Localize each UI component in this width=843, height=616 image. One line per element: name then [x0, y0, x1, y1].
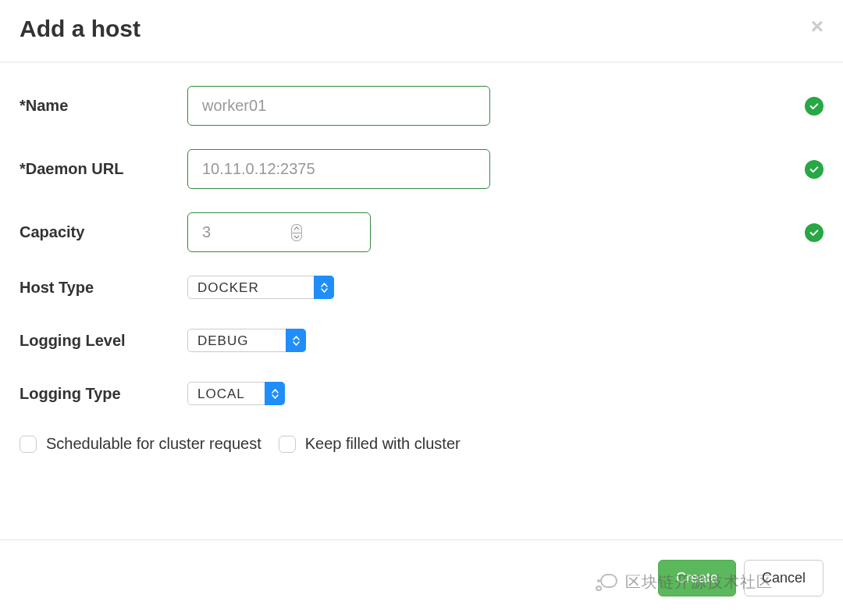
chevron-up-icon [293, 226, 300, 230]
capacity-label: Capacity [20, 223, 187, 241]
logging-level-label: Logging Level [20, 332, 187, 350]
schedulable-label: Schedulable for cluster request [46, 435, 261, 453]
name-label: *Name [20, 97, 187, 115]
keep-filled-label: Keep filled with cluster [305, 435, 461, 453]
close-icon: × [811, 14, 823, 38]
logging-type-select[interactable]: LOCAL [187, 382, 285, 405]
modal-footer: Create Cancel [0, 539, 843, 616]
logging-level-select-wrap: DEBUG [187, 329, 306, 352]
checkbox-row: Schedulable for cluster request Keep fil… [20, 435, 823, 453]
form-row-daemon-url: *Daemon URL [20, 149, 823, 189]
host-type-select[interactable]: DOCKER [187, 276, 334, 299]
daemon-url-label: *Daemon URL [20, 160, 187, 178]
keep-filled-checkbox[interactable] [279, 436, 296, 453]
host-type-select-wrap: DOCKER [187, 276, 334, 299]
number-spinner [291, 224, 302, 241]
logging-type-select-wrap: LOCAL [187, 382, 285, 405]
chevron-down-icon [293, 235, 300, 239]
form-row-name: *Name [20, 86, 823, 126]
modal-title: Add a host [20, 16, 140, 42]
check-circle-icon [805, 97, 823, 116]
spinner-down-button[interactable] [291, 233, 302, 241]
check-circle-icon [805, 160, 823, 179]
name-input[interactable] [187, 86, 490, 126]
form-row-host-type: Host Type DOCKER [20, 276, 823, 299]
modal-header: Add a host × [0, 0, 843, 62]
schedulable-checkbox[interactable] [20, 436, 37, 453]
form-row-logging-type: Logging Type LOCAL [20, 382, 823, 405]
host-type-label: Host Type [20, 279, 187, 297]
form-row-logging-level: Logging Level DEBUG [20, 329, 823, 352]
capacity-input-wrap [187, 212, 371, 252]
logging-level-select[interactable]: DEBUG [187, 329, 306, 352]
spinner-up-button[interactable] [291, 224, 302, 233]
capacity-input[interactable] [187, 212, 371, 252]
create-button[interactable]: Create [658, 560, 736, 596]
logging-type-label: Logging Type [20, 385, 187, 403]
form-row-capacity: Capacity [20, 212, 823, 252]
cancel-button[interactable]: Cancel [744, 560, 823, 596]
daemon-url-input[interactable] [187, 149, 490, 189]
check-circle-icon [805, 223, 823, 242]
close-button[interactable]: × [811, 16, 823, 37]
modal-body: *Name *Daemon URL Capacity [0, 62, 843, 476]
